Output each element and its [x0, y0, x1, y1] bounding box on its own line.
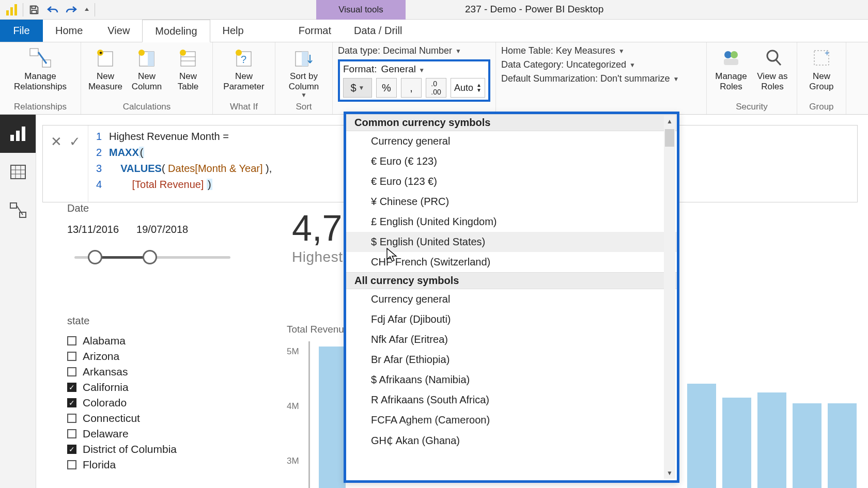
report-view-button[interactable]: [0, 115, 36, 153]
sort-by-column-button[interactable]: Sort by Column ▼: [280, 44, 328, 99]
undo-icon[interactable]: [44, 1, 61, 19]
dropdown-item[interactable]: £ English (United Kingdom): [346, 212, 677, 232]
svg-text:?: ?: [241, 54, 246, 65]
dropdown-item[interactable]: $ English (United States): [346, 232, 677, 252]
new-parameter-button[interactable]: ? New Parameter: [217, 44, 271, 91]
decimal-auto-stepper[interactable]: Auto ▲▼: [451, 78, 485, 98]
decimal-places-button[interactable]: .0.00: [426, 78, 446, 98]
checkbox-icon[interactable]: ✓: [67, 398, 76, 407]
thousands-separator-button[interactable]: ,: [401, 78, 422, 98]
dropdown-item[interactable]: CHF French (Switzerland): [346, 252, 677, 272]
commit-formula-icon[interactable]: ✓: [69, 134, 81, 150]
dropdown-item[interactable]: Currency general: [346, 289, 677, 309]
currency-format-button[interactable]: $ ▼: [343, 78, 372, 98]
checkbox-icon[interactable]: [67, 460, 76, 469]
quick-access: [0, 0, 99, 19]
slider-thumb-start[interactable]: [88, 250, 102, 264]
chevron-down-icon: ▼: [455, 48, 461, 55]
dropdown-item[interactable]: Br Afar (Ethiopia): [346, 350, 677, 370]
default-summarization-dropdown[interactable]: Default Summarization: Don't summarize▼: [501, 73, 701, 84]
tab-view[interactable]: View: [95, 20, 142, 42]
svg-point-20: [236, 50, 242, 56]
svg-rect-1: [10, 7, 13, 15]
scroll-thumb[interactable]: [665, 129, 674, 147]
dropdown-item[interactable]: € Euro (€ 123): [346, 151, 677, 171]
dropdown-item[interactable]: GH₵ Akan (Ghana): [346, 430, 677, 451]
formula-code[interactable]: 1Highest Revenue Month = 2MAXX( 3 VALUES…: [88, 125, 277, 202]
home-table-dropdown[interactable]: Home Table: Key Measures▼: [501, 45, 701, 56]
save-icon[interactable]: [25, 1, 43, 19]
tab-file[interactable]: File: [0, 20, 43, 42]
state-row[interactable]: Arkansas: [67, 364, 238, 380]
state-row[interactable]: ✓District of Columbia: [67, 442, 238, 457]
tab-help[interactable]: Help: [210, 20, 256, 42]
dropdown-item[interactable]: $ Afrikaans (Namibia): [346, 370, 677, 390]
date-start-value[interactable]: 13/11/2016: [67, 224, 119, 235]
state-label: Connecticut: [83, 412, 140, 424]
new-column-icon: [135, 46, 158, 69]
state-row[interactable]: ✓Colorado: [67, 395, 238, 411]
format-dropdown[interactable]: General ▼: [381, 64, 425, 75]
group-label-sort: Sort: [296, 100, 312, 114]
svg-rect-38: [10, 203, 17, 208]
data-view-button[interactable]: [0, 153, 36, 191]
view-as-roles-button[interactable]: View as Roles: [752, 44, 793, 91]
svg-text:✦: ✦: [99, 50, 103, 56]
svg-rect-22: [302, 52, 308, 66]
state-label: Arkansas: [83, 366, 128, 378]
dropdown-item[interactable]: Nfk Afar (Eritrea): [346, 329, 677, 350]
slider-thumb-end[interactable]: [143, 250, 157, 264]
checkbox-icon[interactable]: [67, 336, 76, 345]
scroll-down-icon[interactable]: ▼: [664, 467, 675, 479]
scroll-up-icon[interactable]: ▲: [664, 116, 675, 127]
svg-rect-2: [14, 4, 17, 15]
data-category-dropdown[interactable]: Data Category: Uncategorized▼: [501, 59, 701, 70]
view-rail: [0, 115, 36, 488]
dropdown-item[interactable]: ¥ Chinese (PRC): [346, 192, 677, 212]
percent-format-button[interactable]: %: [376, 78, 397, 98]
svg-point-24: [731, 51, 738, 58]
state-label: District of Columbia: [83, 443, 177, 455]
new-column-button[interactable]: New Column: [127, 44, 167, 91]
tab-home[interactable]: Home: [43, 20, 95, 42]
data-type-dropdown[interactable]: Data type: Decimal Number▼: [338, 45, 490, 56]
checkbox-icon[interactable]: [67, 429, 76, 438]
svg-rect-12: [148, 52, 154, 66]
checkbox-icon[interactable]: [67, 367, 76, 376]
checkbox-icon[interactable]: [67, 414, 76, 423]
new-group-button[interactable]: + New Group: [801, 44, 842, 91]
qat-customize-icon[interactable]: [81, 1, 92, 19]
ribbon-group-groups: + New Group Group: [797, 42, 846, 114]
redo-icon[interactable]: [63, 1, 80, 19]
date-end-value[interactable]: 19/07/2018: [136, 224, 188, 235]
tab-data-drill[interactable]: Data / Drill: [343, 20, 413, 42]
dropdown-item[interactable]: € Euro (123 €): [346, 171, 677, 192]
tab-format[interactable]: Format: [287, 20, 343, 42]
state-row[interactable]: Connecticut: [67, 411, 238, 426]
chevron-down-icon: ▼: [419, 67, 425, 74]
dropdown-item[interactable]: Fdj Afar (Djibouti): [346, 309, 677, 329]
dropdown-item[interactable]: Currency general: [346, 131, 677, 151]
manage-roles-button[interactable]: Manage Roles: [711, 44, 751, 91]
state-row[interactable]: Arizona: [67, 349, 238, 364]
new-table-button[interactable]: New Table: [168, 44, 208, 91]
state-row[interactable]: Delaware: [67, 426, 238, 442]
model-view-button[interactable]: [0, 191, 36, 229]
manage-relationships-button[interactable]: Manage Relationships: [4, 44, 76, 91]
date-range-slider[interactable]: [67, 247, 238, 267]
checkbox-icon[interactable]: [67, 352, 76, 361]
new-measure-button[interactable]: ✦ New Measure: [85, 44, 126, 91]
tab-modeling[interactable]: Modeling: [142, 20, 210, 42]
bar: [793, 403, 822, 488]
state-row[interactable]: Florida: [67, 457, 238, 473]
state-row[interactable]: ✓California: [67, 380, 238, 395]
dropdown-item[interactable]: R Afrikaans (South Africa): [346, 390, 677, 410]
stepper-down-icon[interactable]: ▼: [476, 88, 482, 93]
state-row[interactable]: Alabama: [67, 333, 238, 349]
dropdown-item[interactable]: FCFA Aghem (Cameroon): [346, 410, 677, 430]
checkbox-icon[interactable]: ✓: [67, 445, 76, 454]
app-title: 237 - Demo - Power BI Desktop: [465, 4, 603, 15]
dropdown-scrollbar[interactable]: ▲ ▼: [664, 116, 675, 479]
cancel-formula-icon[interactable]: ✕: [51, 134, 62, 150]
checkbox-icon[interactable]: ✓: [67, 383, 76, 392]
